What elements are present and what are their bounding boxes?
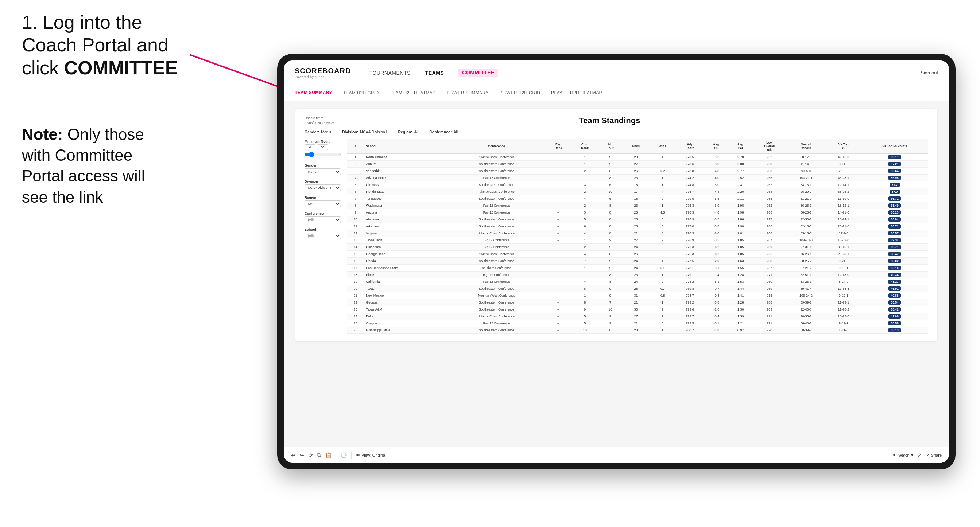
region-select[interactable]: N/A <box>305 200 341 207</box>
filter-range <box>305 144 341 150</box>
undo-icon[interactable]: ↩ <box>291 452 296 458</box>
cell-wins: 2 <box>649 195 675 202</box>
sign-out-link[interactable]: Sign out <box>921 70 938 75</box>
cell-avg-par: 2.11 <box>729 195 753 202</box>
gender-select[interactable]: Men's <box>305 168 341 175</box>
school-select[interactable]: (All) <box>305 233 341 239</box>
cell-conf-rank: 1 <box>571 271 598 278</box>
division-select[interactable]: NCAA Division I <box>305 184 341 191</box>
cell-wins: 6 <box>649 161 675 168</box>
cell-avg-par: 1.85 <box>729 244 753 251</box>
nav-tournaments[interactable]: TOURNAMENTS <box>369 68 410 77</box>
filter-region: Region: All <box>398 130 418 134</box>
cell-conference: Southeastern Conference <box>448 168 545 175</box>
subnav-player-h2h-grid[interactable]: PLAYER H2H GRID <box>499 89 540 97</box>
cell-avg-sg: -5.0 <box>704 161 729 168</box>
min-rounds-slider[interactable] <box>305 152 341 157</box>
cell-conf-rank: 4 <box>571 195 598 202</box>
note-text: Note: Only those with Committee Portal a… <box>22 124 161 207</box>
cell-adj-score: 276.3 <box>675 209 704 216</box>
share-button[interactable]: ↗ Share <box>926 452 942 457</box>
redo-icon[interactable]: ↪ <box>300 452 304 458</box>
nav-committee[interactable]: COMMITTEE <box>458 68 498 77</box>
tablet-screen: SCOREBOARD Powered by clippd TOURNAMENTS… <box>284 60 949 463</box>
content-layout: Minimum Rou... Gender Men's <box>305 139 928 334</box>
min-rounds-min[interactable] <box>305 144 315 150</box>
cell-avg-sg: -5.1 <box>704 278 729 286</box>
cell-conference: Pac-12 Conference <box>448 175 545 181</box>
view-original-button[interactable]: 👁 View: Original <box>356 453 386 457</box>
cell-conference: Southeastern Conference <box>448 299 545 306</box>
cell-no-tour: 8 <box>598 230 622 237</box>
cell-conf-rank: 1 <box>571 237 598 244</box>
cell-reg-rank: – <box>545 181 572 189</box>
table-row: 25OregonPac-12 Conference–59210279.5-3.1… <box>347 320 928 327</box>
col-school: School <box>364 139 448 154</box>
cell-overall-record: 62-51-1 <box>786 271 826 278</box>
cell-avg-par: 1.90 <box>729 223 753 230</box>
cell-adj-score: 280.7 <box>675 327 704 334</box>
cell-school: California <box>364 278 448 286</box>
subnav-team-summary[interactable]: TEAM SUMMARY <box>295 89 332 97</box>
cell-avg-sg: -3.5 <box>704 216 729 223</box>
cell-adj-score: 278.7 <box>675 292 704 299</box>
cell-no-tour: 10 <box>598 189 622 195</box>
subnav-team-h2h-heatmap[interactable]: TEAM H2H HEATMAP <box>390 89 436 97</box>
watch-button[interactable]: 👁 Watch ▾ <box>893 452 913 457</box>
cell-adj-score: 279.7 <box>675 313 704 320</box>
cell-conference: Southern Conference <box>448 265 545 271</box>
cell-conference: Atlantic Coast Conference <box>448 230 545 237</box>
cell-adj-score: 276.3 <box>675 230 704 237</box>
cell-no-tour: 9 <box>598 313 622 320</box>
cell-reg-rank: – <box>545 189 572 195</box>
subnav-player-h2h-heatmap[interactable]: PLAYER H2H HEATMAP <box>551 89 602 97</box>
cell-avg-sg: -6.2 <box>704 244 729 251</box>
cell-rank: 21 <box>347 292 364 299</box>
fullscreen-icon[interactable]: ⤢ <box>918 452 922 458</box>
cell-rank: 23 <box>347 306 364 313</box>
clock-icon[interactable]: 🕐 <box>340 452 347 458</box>
subnav-player-summary[interactable]: PLAYER SUMMARY <box>446 89 488 97</box>
cell-vs-top50-pts: 58.47 <box>861 251 928 258</box>
cell-conf-rank: 1 <box>571 175 598 181</box>
cell-wins: 4.6 <box>649 209 675 216</box>
cell-adj-score: 276.3 <box>675 202 704 209</box>
cell-avg-sg: -4.8 <box>704 168 729 175</box>
subnav-team-h2h-grid[interactable]: TEAM H2H GRID <box>343 89 379 97</box>
cell-reg-rank: – <box>545 271 572 278</box>
cell-rnds: 23 <box>622 154 649 161</box>
paste-icon[interactable]: 📋 <box>325 452 331 458</box>
cell-conference: Atlantic Coast Conference <box>448 154 545 161</box>
cell-avg-sg: -0.4 <box>704 313 729 320</box>
cell-school: Oregon <box>364 320 448 327</box>
cell-avg-par: 1.98 <box>729 209 753 216</box>
copy-icon[interactable]: ⧉ <box>317 452 321 458</box>
min-rounds-max[interactable] <box>317 144 328 150</box>
cell-vs-top50-pts: 89.11 <box>861 154 928 161</box>
cell-vs-top25: 18-12-1 <box>826 202 861 209</box>
cell-low-rd: 215 <box>753 292 786 299</box>
cell-adj-score: 269.8 <box>675 286 704 292</box>
cell-avg-sg: -4.0 <box>704 175 729 181</box>
cell-rnds: 26 <box>622 175 649 181</box>
cell-rank: 26 <box>347 327 364 334</box>
cell-avg-par: 1.28 <box>729 299 753 306</box>
cell-reg-rank: – <box>545 154 572 161</box>
filter-group-gender: Gender Men's <box>305 163 341 175</box>
refresh-icon[interactable]: ⟳ <box>309 452 313 458</box>
cell-conf-rank: 9 <box>571 306 598 313</box>
cell-wins: 0.8 <box>649 292 675 299</box>
conference-select[interactable]: (All) <box>305 216 341 223</box>
cell-overall-record: 104-43-3 <box>786 237 826 244</box>
cell-vs-top50-pts: 66.71 <box>861 195 928 202</box>
cell-conf-rank: 5 <box>571 320 598 327</box>
nav-teams[interactable]: TEAMS <box>425 68 444 77</box>
cell-vs-top25: 13-24-1 <box>826 216 861 223</box>
cell-vs-top25: 15-32-0 <box>826 237 861 244</box>
cell-rnds: 27 <box>622 161 649 168</box>
cell-no-tour: 8 <box>598 216 622 223</box>
cell-rank: 16 <box>347 258 364 265</box>
cell-wins: 1 <box>649 299 675 306</box>
share-icon: ↗ <box>926 452 930 457</box>
cell-overall-record: 82-18-3 <box>786 223 826 230</box>
